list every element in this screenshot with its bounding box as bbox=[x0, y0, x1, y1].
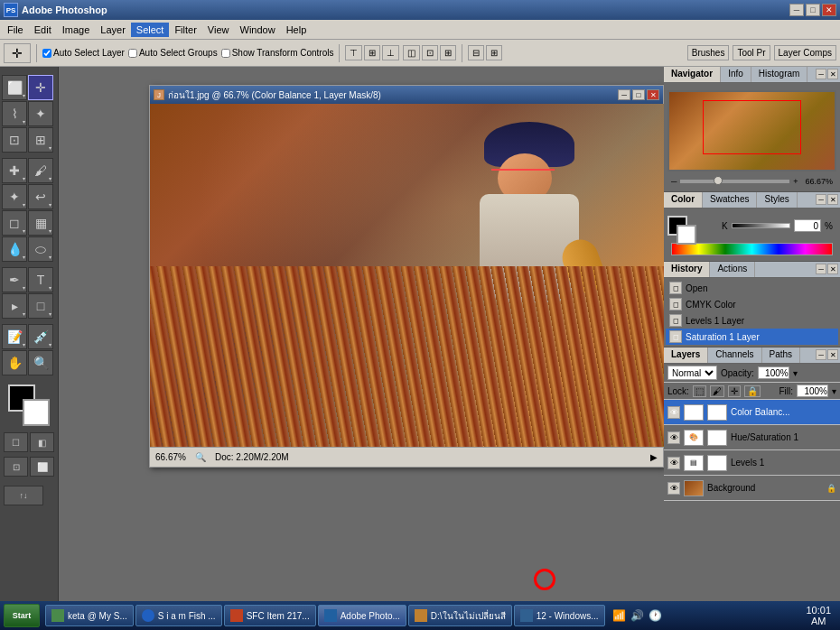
doc-close[interactable]: ✕ bbox=[647, 89, 659, 100]
nav-close-btn[interactable]: ✕ bbox=[827, 69, 838, 79]
maximize-button[interactable]: □ bbox=[806, 4, 820, 16]
history-item-open[interactable]: ◻ Open bbox=[666, 280, 838, 296]
layer-eye-levels[interactable]: 👁 bbox=[667, 457, 680, 469]
layer-hue-saturation[interactable]: 👁 🎨 Hue/Saturation 1 bbox=[664, 425, 840, 450]
tool-history-brush[interactable]: ↩▾ bbox=[28, 184, 53, 209]
tab-styles[interactable]: Styles bbox=[757, 192, 797, 208]
tool-pen[interactable]: ✒▾ bbox=[2, 267, 27, 292]
opacity-input[interactable] bbox=[758, 366, 789, 379]
show-transform-controls-check[interactable]: Show Transform Controls bbox=[221, 48, 334, 58]
quickmask-mode-btn[interactable]: ◧ bbox=[30, 432, 54, 452]
tab-color[interactable]: Color bbox=[664, 192, 703, 208]
color-spectrum[interactable] bbox=[671, 243, 833, 255]
doc-maximize[interactable]: □ bbox=[632, 89, 645, 100]
lock-transparent-btn[interactable]: ⬚ bbox=[693, 385, 706, 397]
ruler-btn[interactable]: ⊟ bbox=[468, 45, 484, 60]
opacity-arrow[interactable]: ▾ bbox=[793, 368, 798, 378]
menu-view[interactable]: View bbox=[202, 23, 235, 37]
layer-eye-color-balance[interactable]: 👁 bbox=[667, 406, 680, 419]
taskbar-sfc[interactable]: SFC Item 217... bbox=[224, 605, 316, 626]
menu-select[interactable]: Select bbox=[131, 23, 170, 37]
auto-select-groups-check[interactable]: Auto Select Groups bbox=[128, 48, 218, 58]
blend-mode-select[interactable]: Normal bbox=[667, 366, 717, 380]
align-top[interactable]: ⊤ bbox=[345, 45, 362, 60]
menu-edit[interactable]: Edit bbox=[29, 23, 57, 37]
tab-actions[interactable]: Actions bbox=[710, 262, 755, 277]
tab-paths[interactable]: Paths bbox=[762, 347, 801, 363]
nav-minimize-btn[interactable]: ─ bbox=[816, 69, 826, 79]
tool-eraser[interactable]: ◻▾ bbox=[2, 210, 27, 236]
auto-select-layer-check[interactable]: Auto Select Layer bbox=[42, 48, 125, 58]
menu-file[interactable]: File bbox=[2, 23, 29, 37]
lock-position-btn[interactable]: ✛ bbox=[728, 385, 741, 397]
layer-background[interactable]: 👁 Background 🔒 bbox=[664, 476, 840, 501]
menu-window[interactable]: Window bbox=[235, 23, 281, 37]
history-close-btn[interactable]: ✕ bbox=[827, 264, 838, 274]
tool-crop[interactable]: ⊡ bbox=[2, 127, 27, 153]
brushes-btn[interactable]: Brushes bbox=[687, 45, 730, 60]
tool-clone[interactable]: ✦▾ bbox=[2, 184, 27, 209]
window-controls[interactable]: ─ □ ✕ bbox=[789, 4, 836, 16]
taskbar-windows[interactable]: 12 - Windows... bbox=[514, 605, 605, 626]
fullscreen-btn[interactable]: ⬜ bbox=[30, 457, 54, 477]
tab-info[interactable]: Info bbox=[721, 67, 751, 82]
history-minimize-btn[interactable]: ─ bbox=[816, 264, 826, 274]
layer-color-balance[interactable]: 👁 ⚖ Color Balanc... bbox=[664, 400, 840, 425]
tab-histogram[interactable]: Histogram bbox=[751, 67, 808, 82]
minimize-button[interactable]: ─ bbox=[789, 4, 804, 16]
tab-layers[interactable]: Layers bbox=[664, 347, 708, 363]
bg-color-swatch[interactable] bbox=[677, 225, 696, 245]
color-minimize-btn[interactable]: ─ bbox=[816, 194, 826, 205]
standard-screen-btn[interactable]: ⊡ bbox=[4, 457, 28, 477]
tool-shape[interactable]: □▾ bbox=[28, 293, 53, 319]
dist-right[interactable]: ⊞ bbox=[440, 45, 456, 60]
background-color[interactable] bbox=[23, 399, 50, 426]
guides-btn[interactable]: ⊞ bbox=[486, 45, 502, 60]
menu-help[interactable]: Help bbox=[281, 23, 313, 37]
toolpresets-btn[interactable]: Tool Pr bbox=[733, 45, 770, 60]
taskbar-photoshop[interactable]: Adobe Photo... bbox=[318, 605, 406, 626]
layer-eye-background[interactable]: 👁 bbox=[667, 482, 680, 495]
tab-history[interactable]: History bbox=[664, 262, 710, 277]
taskbar-keta[interactable]: keta @ My S... bbox=[45, 605, 134, 626]
layer-eye-hue-saturation[interactable]: 👁 bbox=[667, 431, 680, 444]
taskbar-files[interactable]: D:\ในในไม่เปลี่ยนสี bbox=[408, 605, 512, 626]
tab-channels[interactable]: Channels bbox=[708, 347, 761, 363]
tool-path-select[interactable]: ▸▾ bbox=[2, 293, 27, 319]
layer-levels[interactable]: 👁 ▤ Levels 1 bbox=[664, 450, 840, 476]
tool-move[interactable]: ✛ bbox=[28, 75, 53, 100]
tool-select-rect[interactable]: ⬜▾ bbox=[2, 75, 27, 100]
doc-scroll-right[interactable]: ▶ bbox=[650, 452, 658, 462]
zoom-minus-icon[interactable]: ─ bbox=[671, 177, 677, 186]
tool-lasso[interactable]: ⌇▾ bbox=[2, 101, 27, 126]
imagereday-btn[interactable]: ↑↓ bbox=[4, 486, 43, 505]
lock-all-btn[interactable]: 🔒 bbox=[744, 385, 761, 397]
menu-image[interactable]: Image bbox=[57, 23, 96, 37]
history-item-levels[interactable]: ◻ Levels 1 Layer bbox=[666, 312, 838, 329]
color-close-btn[interactable]: ✕ bbox=[827, 194, 838, 205]
dist-left[interactable]: ◫ bbox=[403, 45, 420, 60]
color-k-input[interactable] bbox=[794, 219, 821, 232]
color-k-slider[interactable] bbox=[732, 223, 790, 228]
doc-minimize[interactable]: ─ bbox=[618, 89, 630, 100]
move-tool-btn[interactable]: ✛ bbox=[4, 43, 31, 63]
tool-hand[interactable]: ✋ bbox=[2, 350, 27, 375]
tool-dodge[interactable]: ⬭▾ bbox=[28, 236, 53, 262]
menu-filter[interactable]: Filter bbox=[169, 23, 201, 37]
tool-zoom[interactable]: 🔍 bbox=[28, 350, 53, 375]
tool-blur[interactable]: 💧▾ bbox=[2, 236, 27, 262]
nav-zoom-slider[interactable] bbox=[680, 180, 789, 183]
tool-healing[interactable]: ✚▾ bbox=[2, 158, 27, 183]
standard-mode-btn[interactable]: ☐ bbox=[4, 432, 28, 452]
layers-close-btn[interactable]: ✕ bbox=[827, 349, 838, 360]
fill-input[interactable] bbox=[797, 384, 828, 397]
tab-swatches[interactable]: Swatches bbox=[703, 192, 757, 208]
history-item-saturation[interactable]: ◻ Saturation 1 Layer bbox=[666, 329, 838, 345]
color-swatch[interactable] bbox=[8, 384, 50, 426]
tool-gradient[interactable]: ▦▾ bbox=[28, 210, 53, 236]
fill-arrow[interactable]: ▾ bbox=[832, 386, 836, 396]
tool-brush[interactable]: 🖌▾ bbox=[28, 158, 53, 183]
history-item-cmyk[interactable]: ◻ CMYK Color bbox=[666, 296, 838, 312]
dist-center[interactable]: ⊡ bbox=[422, 45, 438, 60]
align-vcenter[interactable]: ⊞ bbox=[364, 45, 380, 60]
